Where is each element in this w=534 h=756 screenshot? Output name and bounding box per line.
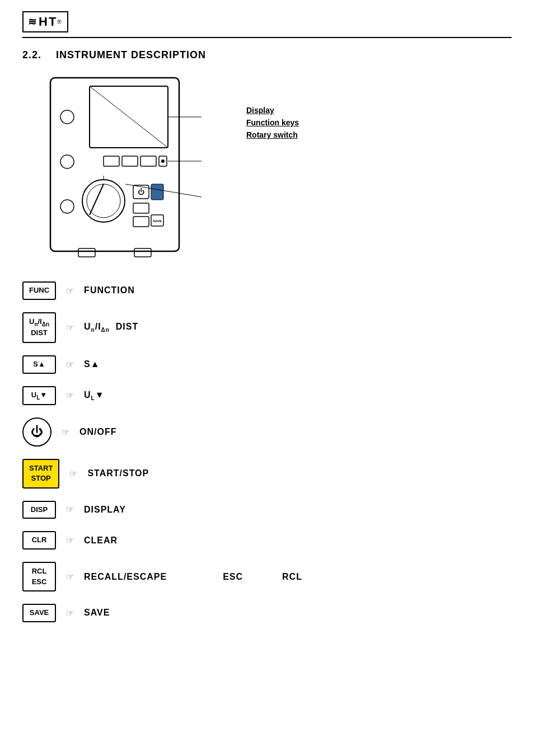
start-stop-desc: START/STOP [87, 468, 149, 478]
finger-icon-func: ☞ [66, 285, 74, 296]
rcl-label: RCL [282, 572, 302, 582]
finger-icon-start: ☞ [69, 468, 77, 479]
rcl-esc-row: RCLESC ☞ RECALL/ESCAPE ESC RCL [22, 562, 512, 591]
rcl-esc-button[interactable]: RCLESC [22, 562, 56, 591]
instrument-drawing: ⏻ SAVE [22, 72, 202, 265]
ul-down-row: UL▼ ☞ UL▼ [22, 386, 512, 406]
disp-desc: DISPLAY [84, 505, 126, 515]
svg-rect-22 [134, 248, 151, 257]
esc-label: ESC [223, 572, 243, 582]
instrument-layout: ⏻ SAVE [22, 72, 512, 265]
svg-point-8 [82, 180, 125, 222]
svg-line-2 [90, 86, 168, 148]
svg-rect-13 [151, 184, 163, 200]
onoff-button[interactable]: ⏻ [22, 417, 51, 447]
clr-button[interactable]: CLR [22, 531, 56, 550]
finger-icon-rcl: ☞ [66, 571, 74, 582]
logo-area: ≋ HT ® [22, 11, 512, 32]
svg-text:⏻: ⏻ [138, 188, 144, 196]
svg-rect-4 [122, 156, 138, 166]
finger-icon-ul: ☞ [66, 390, 74, 401]
svg-point-9 [87, 184, 120, 218]
logo-wave: ≋ [28, 16, 38, 28]
func-button[interactable]: FUNC [22, 281, 56, 300]
save-button[interactable]: SAVE [22, 604, 56, 622]
rcl-esc-desc: RECALL/ESCAPE [84, 572, 167, 582]
un-ian-dist-desc: Un/IΔn DIST [84, 322, 138, 333]
svg-rect-21 [78, 248, 95, 257]
logo: ≋ HT ® [22, 11, 68, 32]
func-row: FUNC ☞ FUNCTION [22, 281, 512, 300]
s-up-desc: S▲ [84, 359, 100, 369]
svg-point-18 [60, 110, 74, 124]
finger-icon-disp: ☞ [66, 504, 74, 515]
instrument-labels-container: Display Function keys Rotary switch [246, 106, 299, 139]
svg-rect-14 [133, 203, 149, 213]
finger-icon-save: ☞ [66, 608, 74, 618]
label-display: Display [246, 106, 299, 115]
un-ian-dist-row: Un/IΔnDIST ☞ Un/IΔn DIST [22, 312, 512, 343]
buttons-section: FUNC ☞ FUNCTION Un/IΔnDIST ☞ Un/IΔn DIST… [22, 281, 512, 622]
logo-text: HT [39, 15, 57, 29]
onoff-desc: ON/OFF [79, 427, 116, 437]
start-stop-button[interactable]: STARTSTOP [22, 459, 59, 488]
svg-rect-5 [140, 156, 156, 166]
rcl-esc-extra: RECALL/ESCAPE ESC RCL [84, 572, 512, 582]
func-desc: FUNCTION [84, 285, 135, 295]
section-heading: INSTRUMENT DESCRIPTION [56, 49, 206, 60]
disp-button[interactable]: DISP [22, 501, 56, 519]
save-desc: SAVE [84, 608, 110, 618]
save-row: SAVE ☞ SAVE [22, 604, 512, 622]
un-ian-dist-button[interactable]: Un/IΔnDIST [22, 312, 56, 343]
disp-row: DISP ☞ DISPLAY [22, 501, 512, 519]
top-rule [22, 37, 512, 38]
onoff-row: ⏻ ☞ ON/OFF [22, 417, 512, 447]
ul-down-desc: UL▼ [84, 390, 105, 401]
start-stop-row: STARTSTOP ☞ START/STOP [22, 459, 512, 488]
s-up-button[interactable]: S▲ [22, 355, 56, 374]
finger-icon-onoff: ☞ [62, 427, 69, 438]
svg-point-20 [60, 200, 74, 213]
onoff-icon: ⏻ [31, 425, 43, 439]
finger-icon-clr: ☞ [66, 535, 74, 546]
finger-icon-sup: ☞ [66, 359, 74, 370]
clr-desc: CLEAR [84, 536, 118, 546]
section-title: 2.2. INSTRUMENT DESCRIPTION [22, 49, 512, 61]
svg-point-19 [60, 155, 74, 168]
svg-point-7 [161, 159, 165, 163]
ul-down-button[interactable]: UL▼ [22, 386, 56, 406]
finger-icon-un: ☞ [66, 322, 74, 333]
clr-row: CLR ☞ CLEAR [22, 531, 512, 550]
svg-text:SAVE: SAVE [153, 219, 162, 223]
label-rotary-switch: Rotary switch [246, 130, 299, 139]
s-up-row: S▲ ☞ S▲ [22, 355, 512, 374]
svg-rect-3 [104, 156, 119, 166]
instrument-svg: ⏻ SAVE [22, 72, 202, 262]
label-function-keys: Function keys [246, 118, 299, 127]
section-number: 2.2. [22, 49, 41, 60]
svg-rect-15 [133, 217, 149, 227]
svg-rect-0 [50, 78, 179, 251]
